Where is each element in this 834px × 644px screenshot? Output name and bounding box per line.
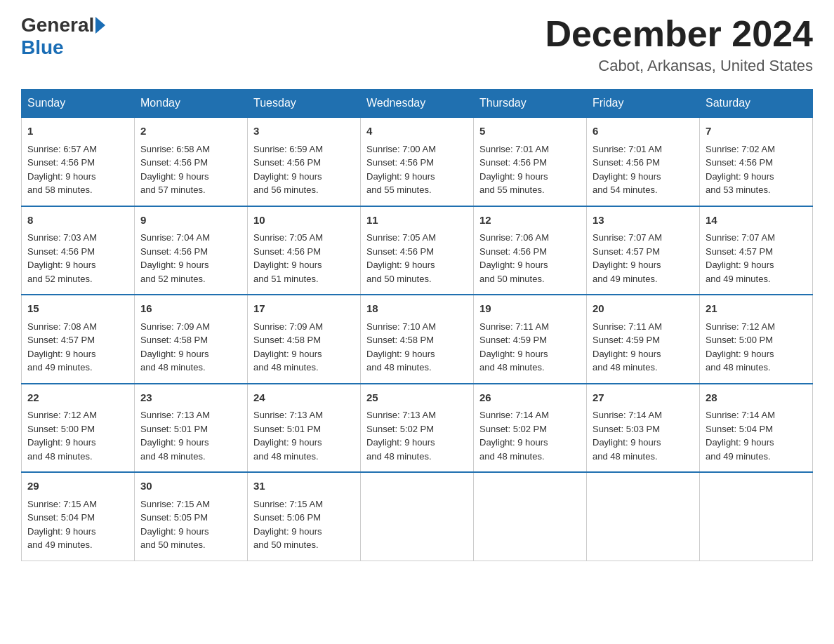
sunrise-label: Sunrise: 7:01 AM [593,144,662,154]
sunrise-label: Sunrise: 7:12 AM [27,410,97,420]
day-number: 3 [253,123,355,140]
day-number: 1 [27,123,128,140]
daylight-label: Daylight: 9 hours [593,349,661,359]
sunset-label: Sunset: 4:57 PM [27,335,95,345]
day-number: 19 [479,301,581,317]
daylight-minutes: and 50 minutes. [140,539,206,550]
daylight-minutes: and 50 minutes. [479,274,545,284]
sunset-label: Sunset: 4:56 PM [479,246,547,257]
daylight-minutes: and 48 minutes. [253,451,319,462]
daylight-minutes: and 48 minutes. [366,451,432,462]
sunrise-label: Sunrise: 7:11 AM [479,321,549,332]
daylight-label: Daylight: 9 hours [27,349,96,359]
sunset-label: Sunset: 4:56 PM [27,157,95,168]
daylight-label: Daylight: 9 hours [253,526,322,537]
day-number: 8 [27,213,128,229]
day-number: 14 [706,213,807,229]
daylight-label: Daylight: 9 hours [253,260,322,270]
sunrise-label: Sunrise: 7:14 AM [479,410,549,420]
daylight-label: Daylight: 9 hours [593,437,661,448]
day-number: 2 [140,123,241,140]
daylight-minutes: and 48 minutes. [706,362,771,373]
day-number: 16 [140,301,241,317]
col-tuesday: Tuesday [248,90,361,118]
sunset-label: Sunset: 4:56 PM [253,246,321,257]
daylight-minutes: and 48 minutes. [479,451,545,462]
table-row: 10 Sunrise: 7:05 AM Sunset: 4:56 PM Dayl… [248,206,361,295]
daylight-label: Daylight: 9 hours [140,349,209,359]
sunrise-label: Sunrise: 7:00 AM [366,144,436,154]
sunset-label: Sunset: 4:56 PM [593,157,660,168]
logo-blue-text: Blue [21,36,64,58]
daylight-minutes: and 58 minutes. [27,185,93,195]
sunset-label: Sunset: 4:59 PM [593,335,660,345]
day-number: 13 [593,213,694,229]
daylight-label: Daylight: 9 hours [479,437,548,448]
daylight-minutes: and 52 minutes. [27,274,93,284]
table-row: 9 Sunrise: 7:04 AM Sunset: 4:56 PM Dayli… [135,206,248,295]
sunset-label: Sunset: 5:00 PM [706,335,773,345]
daylight-label: Daylight: 9 hours [479,349,548,359]
day-number: 22 [27,390,128,406]
sunset-label: Sunset: 4:56 PM [140,157,208,168]
daylight-minutes: and 48 minutes. [140,362,206,373]
sunrise-label: Sunrise: 7:15 AM [27,499,97,509]
table-row: 5 Sunrise: 7:01 AM Sunset: 4:56 PM Dayli… [474,117,587,206]
day-number: 17 [253,301,355,317]
daylight-label: Daylight: 9 hours [253,349,322,359]
daylight-label: Daylight: 9 hours [27,437,96,448]
day-number: 24 [253,390,355,406]
daylight-minutes: and 48 minutes. [253,362,319,373]
col-wednesday: Wednesday [361,90,474,118]
sunrise-label: Sunrise: 7:15 AM [253,499,323,509]
col-sunday: Sunday [22,90,135,118]
daylight-minutes: and 48 minutes. [479,362,545,373]
day-number: 20 [593,301,694,317]
daylight-minutes: and 48 minutes. [593,362,658,373]
calendar-week-row: 15 Sunrise: 7:08 AM Sunset: 4:57 PM Dayl… [22,295,813,384]
daylight-label: Daylight: 9 hours [140,260,209,270]
sunrise-label: Sunrise: 7:14 AM [706,410,775,420]
sunrise-label: Sunrise: 7:07 AM [593,232,662,243]
sunset-label: Sunset: 4:56 PM [479,157,547,168]
daylight-label: Daylight: 9 hours [479,260,548,270]
daylight-label: Daylight: 9 hours [140,171,209,182]
sunset-label: Sunset: 4:56 PM [27,246,95,257]
day-number: 11 [366,213,468,229]
sunset-label: Sunset: 5:04 PM [706,424,773,434]
sunrise-label: Sunrise: 7:11 AM [593,321,662,332]
day-number: 18 [366,301,468,317]
sunrise-label: Sunrise: 7:05 AM [366,232,436,243]
col-friday: Friday [587,90,700,118]
daylight-label: Daylight: 9 hours [706,260,774,270]
daylight-label: Daylight: 9 hours [593,171,661,182]
day-number: 27 [593,390,694,406]
day-number: 21 [706,301,807,317]
sunrise-label: Sunrise: 6:59 AM [253,144,323,154]
daylight-minutes: and 49 minutes. [593,274,658,284]
day-number: 12 [479,213,581,229]
sunrise-label: Sunrise: 7:05 AM [253,232,323,243]
daylight-label: Daylight: 9 hours [253,437,322,448]
daylight-label: Daylight: 9 hours [140,437,209,448]
sunset-label: Sunset: 4:56 PM [366,246,434,257]
calendar-header-row: Sunday Monday Tuesday Wednesday Thursday… [22,90,813,118]
table-row: 24 Sunrise: 7:13 AM Sunset: 5:01 PM Dayl… [248,384,361,473]
sunrise-label: Sunrise: 7:02 AM [706,144,775,154]
calendar-week-row: 8 Sunrise: 7:03 AM Sunset: 4:56 PM Dayli… [22,206,813,295]
sunset-label: Sunset: 5:02 PM [479,424,547,434]
sunrise-label: Sunrise: 7:04 AM [140,232,210,243]
table-row: 13 Sunrise: 7:07 AM Sunset: 4:57 PM Dayl… [587,206,700,295]
table-row: 1 Sunrise: 6:57 AM Sunset: 4:56 PM Dayli… [22,117,135,206]
daylight-label: Daylight: 9 hours [27,260,96,270]
sunset-label: Sunset: 5:01 PM [253,424,321,434]
table-row [587,472,700,561]
sunrise-label: Sunrise: 7:14 AM [593,410,662,420]
daylight-minutes: and 52 minutes. [140,274,206,284]
daylight-minutes: and 53 minutes. [706,185,771,195]
day-number: 31 [253,478,355,495]
sunrise-label: Sunrise: 7:06 AM [479,232,549,243]
sunrise-label: Sunrise: 6:57 AM [27,144,97,154]
table-row: 3 Sunrise: 6:59 AM Sunset: 4:56 PM Dayli… [248,117,361,206]
day-number: 30 [140,478,241,495]
